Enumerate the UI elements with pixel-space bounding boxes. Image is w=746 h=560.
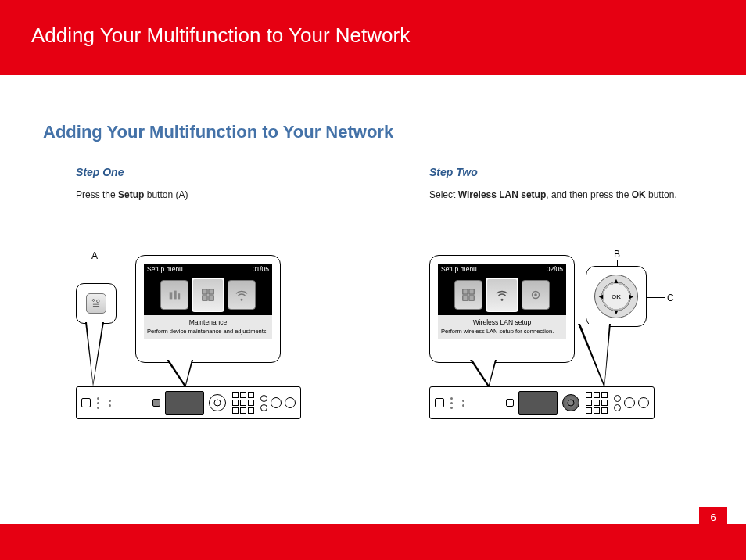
- panel2-setup-btn: [506, 399, 514, 407]
- lcd1-page-counter: 01/05: [253, 265, 269, 273]
- step2-mid: , and then press the: [546, 189, 631, 200]
- content-area: Adding Your Multifunction to Your Networ…: [0, 75, 746, 419]
- lcd2-icon-row: [438, 275, 566, 315]
- step2-prefix: Select: [429, 189, 458, 200]
- page-number: 6: [699, 507, 727, 534]
- svg-rect-3: [203, 289, 207, 294]
- lcd2-page-counter: 02/05: [547, 265, 563, 273]
- svg-rect-9: [463, 296, 468, 300]
- step-two-column: Step Two Select Wireless LAN setup, and …: [396, 166, 703, 419]
- wheel-pointer-inner: [580, 324, 609, 385]
- panel1-setup-btn: [152, 399, 160, 407]
- svg-rect-5: [203, 296, 207, 300]
- control-panel-2: [429, 386, 655, 419]
- step2-bold2: OK: [632, 189, 646, 200]
- lcd1-icon-row: [144, 275, 272, 315]
- step-one-illustration: A Setup menu: [43, 255, 350, 419]
- lcd2-menu-title: Setup menu: [441, 265, 477, 273]
- callout-letter-a: A: [91, 250, 98, 261]
- svg-rect-8: [469, 289, 474, 294]
- svg-rect-10: [469, 296, 474, 300]
- maintenance-icon: [461, 288, 475, 302]
- lcd2-caption: Wireless LAN setup Perform wireless LAN …: [438, 315, 566, 339]
- lcd2-item-next: [522, 280, 550, 310]
- wifi-icon: [495, 288, 509, 302]
- svg-point-12: [534, 293, 537, 296]
- header-title: Adding Your Multifunction to Your Networ…: [31, 23, 410, 47]
- panel1-btn: [81, 398, 91, 407]
- step-columns: Step One Press the Setup button (A) A: [43, 166, 703, 419]
- panel2-small-circles: [614, 395, 621, 411]
- control-panel-1: [76, 386, 301, 419]
- svg-rect-7: [463, 289, 468, 294]
- step1-text-prefix: Press the: [76, 189, 118, 200]
- page-footer: 6: [0, 524, 746, 560]
- svg-rect-4: [209, 289, 213, 294]
- lcd2-item-selected: [486, 278, 518, 312]
- lcd2-header: Setup menu 02/05: [438, 264, 566, 275]
- lcd2-item-prev: [454, 280, 482, 310]
- setup-button-icon: [86, 293, 106, 314]
- leader-b-line: [617, 260, 618, 266]
- svg-rect-2: [178, 293, 181, 299]
- wifi-icon: [235, 288, 249, 302]
- panel1-circle1: [271, 397, 282, 408]
- step2-bold1: Wireless LAN setup: [458, 189, 547, 200]
- panel2-btn: [435, 398, 444, 407]
- step-two-label: Step Two: [396, 166, 703, 178]
- lcd1-menu-title: Setup menu: [147, 265, 183, 273]
- svg-rect-6: [209, 296, 213, 300]
- ink-icon: [167, 288, 181, 302]
- panel1-small-circles: [260, 395, 267, 411]
- panel1-keypad: [232, 392, 254, 414]
- screen1-pointer-inner: [169, 360, 192, 385]
- section-heading: Adding Your Multifunction to Your Networ…: [43, 122, 703, 142]
- svg-rect-1: [174, 291, 177, 300]
- callout-letter-c: C: [667, 293, 674, 303]
- screen2-pointer-inner: [472, 360, 495, 385]
- lcd2-selected-desc: Perform wireless LAN setup for connectio…: [441, 328, 563, 336]
- arrow-right-icon: ►: [628, 293, 635, 300]
- step-one-label: Step One: [43, 166, 350, 178]
- step1-text-bold: Setup: [118, 189, 144, 200]
- step-one-column: Step One Press the Setup button (A) A: [43, 166, 350, 419]
- ok-button-label: OK: [612, 293, 621, 300]
- lcd1-item-prev: [160, 280, 188, 310]
- arrow-up-icon: ▲: [613, 277, 620, 285]
- lcd1-selected-desc: Perform device maintenance and adjustmen…: [147, 328, 269, 336]
- panel1-screen: [165, 391, 204, 415]
- lcd1-caption: Maintenance Perform device maintenance a…: [144, 315, 272, 339]
- lcd2-selected-label: Wireless LAN setup: [441, 318, 563, 326]
- screen-callout-2: Setup menu 02/05: [429, 255, 575, 363]
- step-two-body: Select Wireless LAN setup, and then pres…: [396, 189, 703, 200]
- screen-callout-1: Setup menu 01/05: [135, 255, 281, 363]
- panel2-screen: [518, 391, 558, 415]
- panel2-keypad: [586, 392, 608, 414]
- callout-letter-b: B: [614, 249, 620, 260]
- step2-suffix: button.: [646, 189, 677, 200]
- arrow-down-icon: ▼: [613, 308, 620, 316]
- step-two-illustration: Setup menu 02/05: [396, 255, 703, 419]
- lcd1-item-next: [228, 280, 256, 310]
- nav-wheel: OK ▲ ▼ ◄ ►: [594, 275, 638, 318]
- setup-callout-pointer-inner: [87, 322, 102, 383]
- panel2-circle1: [624, 397, 635, 408]
- lcd1-item-selected: [192, 278, 224, 312]
- setup-button-callout: [76, 283, 117, 324]
- tools-icon: [91, 298, 102, 309]
- settings-icon: [529, 288, 543, 302]
- lcd1-selected-label: Maintenance: [147, 318, 269, 326]
- wheel-callout: OK ▲ ▼ ◄ ►: [586, 266, 647, 327]
- svg-rect-0: [170, 292, 173, 299]
- leader-a-line: [95, 261, 95, 282]
- lcd1-header: Setup menu 01/05: [144, 264, 272, 275]
- panel2-circle2: [638, 397, 649, 408]
- arrow-left-icon: ◄: [597, 293, 604, 300]
- leader-c-line: [647, 297, 665, 298]
- step1-text-suffix: button (A): [144, 189, 188, 200]
- maintenance-icon: [201, 288, 215, 302]
- panel1-circle2: [285, 397, 296, 408]
- step-one-body: Press the Setup button (A): [43, 189, 350, 200]
- panel1-wheel: [209, 394, 226, 411]
- page-header: Adding Your Multifunction to Your Networ…: [0, 0, 746, 75]
